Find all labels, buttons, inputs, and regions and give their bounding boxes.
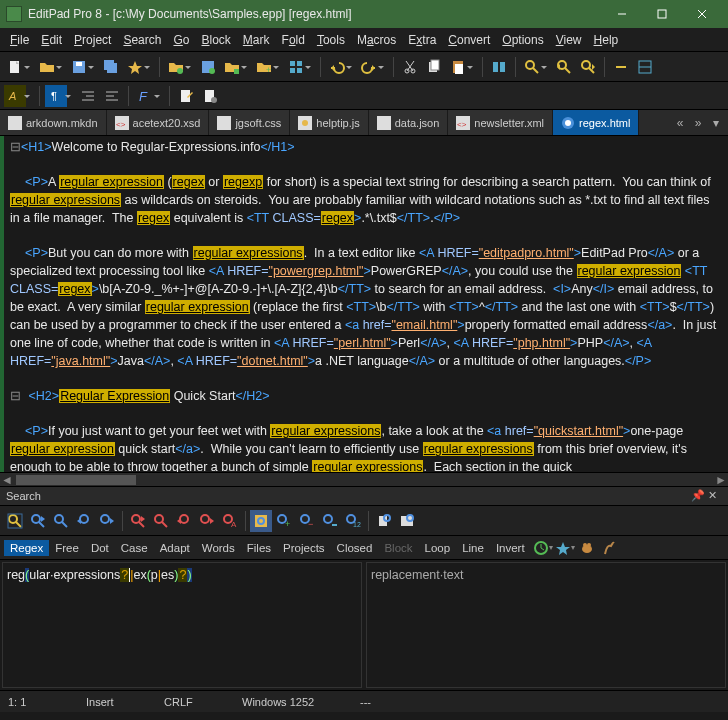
project-manage-button[interactable] xyxy=(221,56,243,78)
opt-line[interactable]: Line xyxy=(456,540,490,556)
status-eol[interactable]: CRLF xyxy=(164,696,224,708)
project-files-button[interactable] xyxy=(285,56,307,78)
edit-tool-button[interactable] xyxy=(175,85,197,107)
replace-current-button[interactable] xyxy=(150,510,172,532)
search-next-button[interactable] xyxy=(96,510,118,532)
search-find-input[interactable]: reg(ular·expressions?|ex(p|es)?) xyxy=(2,562,362,688)
search-replace-input[interactable]: replacement·text xyxy=(366,562,726,688)
menu-tools[interactable]: Tools xyxy=(311,31,351,49)
opt-dot[interactable]: Dot xyxy=(85,540,115,556)
find-button[interactable] xyxy=(521,56,543,78)
opt-adapt[interactable]: Adapt xyxy=(154,540,196,556)
opt-invert[interactable]: Invert xyxy=(490,540,531,556)
menu-extra[interactable]: Extra xyxy=(402,31,442,49)
find-prev-button[interactable] xyxy=(553,56,575,78)
replace-prev-button[interactable] xyxy=(173,510,195,532)
menu-convert[interactable]: Convert xyxy=(442,31,496,49)
redo-button[interactable] xyxy=(358,56,380,78)
minimize-button[interactable] xyxy=(602,0,642,28)
paste-button[interactable] xyxy=(447,56,469,78)
opt-loop[interactable]: Loop xyxy=(419,540,457,556)
search-prepare-button[interactable] xyxy=(4,510,26,532)
highlight-add-button[interactable]: + xyxy=(273,510,295,532)
toggle-panel-button[interactable] xyxy=(634,56,656,78)
tab-markdown[interactable]: arkdown.mkdn xyxy=(0,110,107,135)
paragraph-button[interactable]: ¶ xyxy=(45,85,67,107)
tab-acetext[interactable]: <>acetext20.xsd xyxy=(107,110,210,135)
menu-file[interactable]: File xyxy=(4,31,35,49)
tab-helptip[interactable]: helptip.js xyxy=(290,110,368,135)
indent-left-button[interactable] xyxy=(77,85,99,107)
tab-list-button[interactable]: ▾ xyxy=(708,116,724,130)
menu-project[interactable]: Project xyxy=(68,31,117,49)
close-panel-icon[interactable]: ✕ xyxy=(708,489,722,503)
font-button[interactable]: F xyxy=(134,85,156,107)
horizontal-scrollbar[interactable]: ◄► xyxy=(0,472,728,486)
regexmagic-button[interactable] xyxy=(599,538,619,558)
fold-gutter[interactable] xyxy=(0,136,4,486)
pin-icon[interactable]: 📌 xyxy=(691,489,705,503)
compare-button[interactable] xyxy=(488,56,510,78)
maximize-button[interactable] xyxy=(642,0,682,28)
regexbuddy-button[interactable] xyxy=(577,538,597,558)
opt-files[interactable]: Files xyxy=(241,540,277,556)
opt-case[interactable]: Case xyxy=(115,540,154,556)
tab-jgsoft[interactable]: jgsoft.css xyxy=(209,110,290,135)
highlight-remove-button[interactable]: − xyxy=(296,510,318,532)
menu-fold[interactable]: Fold xyxy=(276,31,311,49)
menu-help[interactable]: Help xyxy=(588,31,625,49)
bookmark-button[interactable] xyxy=(610,56,632,78)
menu-block[interactable]: Block xyxy=(196,31,237,49)
menu-mark[interactable]: Mark xyxy=(237,31,276,49)
undo-button[interactable] xyxy=(326,56,348,78)
favorites-search-button[interactable]: ▾ xyxy=(555,538,575,558)
opt-free[interactable]: Free xyxy=(49,540,85,556)
menu-go[interactable]: Go xyxy=(167,31,195,49)
highlight-all-button[interactable] xyxy=(250,510,272,532)
save-all-button[interactable] xyxy=(100,56,122,78)
open-file-button[interactable] xyxy=(36,56,58,78)
menu-options[interactable]: Options xyxy=(496,31,549,49)
highlight-color-button[interactable]: A xyxy=(4,85,26,107)
replace-all-button[interactable]: A xyxy=(219,510,241,532)
editor-content[interactable]: ⊟<H1>Welcome to Regular-Expressions.info… xyxy=(4,138,722,476)
close-button[interactable] xyxy=(682,0,722,28)
copy-button[interactable] xyxy=(423,56,445,78)
cut-button[interactable] xyxy=(399,56,421,78)
open-project-button[interactable] xyxy=(165,56,187,78)
indent-right-button[interactable] xyxy=(101,85,123,107)
opt-closed[interactable]: Closed xyxy=(331,540,379,556)
opt-words[interactable]: Words xyxy=(196,540,241,556)
menu-view[interactable]: View xyxy=(550,31,588,49)
history-button[interactable]: ▾ xyxy=(533,538,553,558)
replace-next-button[interactable] xyxy=(196,510,218,532)
settings-tool-button[interactable] xyxy=(199,85,221,107)
tab-data[interactable]: data.json xyxy=(369,110,449,135)
count-matches-button[interactable]: 123 xyxy=(342,510,364,532)
search-start-button[interactable] xyxy=(27,510,49,532)
save-project-button[interactable] xyxy=(197,56,219,78)
favorites-button[interactable] xyxy=(124,56,146,78)
list-matches-button[interactable] xyxy=(396,510,418,532)
menu-macros[interactable]: Macros xyxy=(351,31,402,49)
copy-matches-button[interactable] xyxy=(373,510,395,532)
editor-area[interactable]: ⊟<H1>Welcome to Regular-Expressions.info… xyxy=(0,136,728,486)
tab-newsletter[interactable]: <>newsletter.xml xyxy=(448,110,553,135)
opt-regex[interactable]: Regex xyxy=(4,540,49,556)
menu-edit[interactable]: Edit xyxy=(35,31,68,49)
status-encoding[interactable]: Windows 1252 xyxy=(242,696,342,708)
replace-start-button[interactable] xyxy=(127,510,149,532)
menu-search[interactable]: Search xyxy=(117,31,167,49)
project-add-button[interactable]: + xyxy=(253,56,275,78)
fold-matches-button[interactable] xyxy=(319,510,341,532)
status-mode[interactable]: Insert xyxy=(86,696,146,708)
search-first-button[interactable] xyxy=(50,510,72,532)
opt-projects[interactable]: Projects xyxy=(277,540,331,556)
new-file-button[interactable] xyxy=(4,56,26,78)
search-prev-button[interactable] xyxy=(73,510,95,532)
tab-scroll-left[interactable]: « xyxy=(672,116,688,130)
tab-regex[interactable]: regex.html xyxy=(553,110,639,135)
find-next-button[interactable] xyxy=(577,56,599,78)
tab-scroll-right[interactable]: » xyxy=(690,116,706,130)
save-button[interactable] xyxy=(68,56,90,78)
